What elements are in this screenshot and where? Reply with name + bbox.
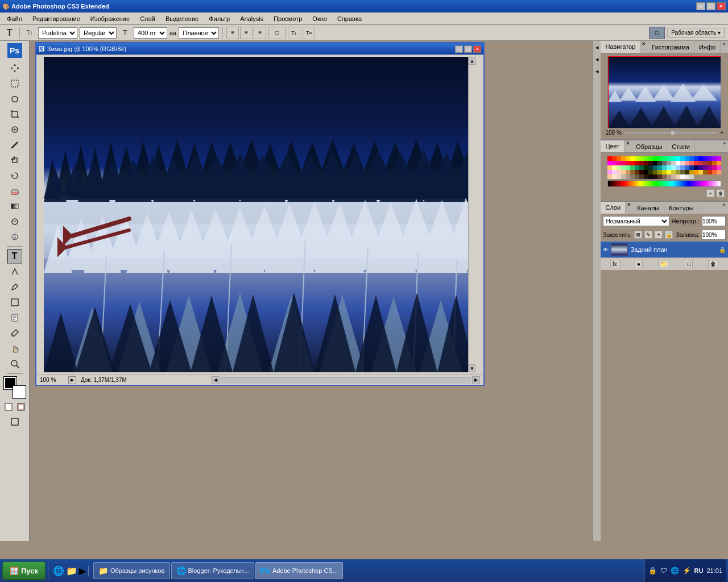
- menu-select[interactable]: Выделение: [161, 14, 203, 23]
- color-swatch-cell[interactable]: [712, 161, 717, 165]
- path-select-tool[interactable]: [7, 264, 22, 279]
- zoom-expand-btn[interactable]: ▶: [68, 376, 76, 384]
- align-center-button[interactable]: ≡: [240, 27, 253, 39]
- screen-mode[interactable]: [7, 414, 22, 429]
- align-left-button[interactable]: ≡: [226, 27, 239, 39]
- color-swatch-cell[interactable]: [712, 165, 717, 170]
- color-swatch-cell[interactable]: [607, 156, 612, 161]
- normal-mode[interactable]: [3, 401, 14, 413]
- color-swatch-cell[interactable]: [703, 165, 708, 170]
- color-swatch-cell[interactable]: [617, 174, 621, 179]
- color-swatch-cell[interactable]: [676, 161, 680, 165]
- color-swatch-cell[interactable]: [635, 170, 639, 174]
- color-swatch-cell[interactable]: [698, 156, 703, 161]
- taskbar-item-pictures[interactable]: 📁 Образцы рисунков: [93, 562, 170, 579]
- color-swatch-cell[interactable]: [685, 170, 689, 174]
- opacity-input[interactable]: [702, 216, 726, 226]
- lock-all-btn[interactable]: 🔒: [665, 231, 673, 239]
- color-close[interactable]: ✕: [624, 140, 631, 152]
- menu-file[interactable]: Файл: [2, 14, 27, 23]
- text-tool[interactable]: T: [7, 249, 22, 264]
- menu-edit[interactable]: Редактирование: [28, 14, 85, 23]
- lock-image-btn[interactable]: ✎: [644, 231, 652, 239]
- color-swatch-cell[interactable]: [630, 165, 635, 170]
- aa-mode-select[interactable]: Плавное: [179, 27, 219, 39]
- color-swatch-cell[interactable]: [644, 156, 648, 161]
- color-swatch-cell[interactable]: [607, 170, 612, 174]
- nav-zoom-slider[interactable]: [625, 132, 717, 134]
- navigator-tab[interactable]: Навигатор: [601, 41, 640, 53]
- close-button[interactable]: ✕: [717, 2, 726, 10]
- blur-tool[interactable]: [7, 214, 22, 229]
- color-swatch-cell[interactable]: [708, 170, 712, 174]
- layer-mask-btn[interactable]: ●: [635, 260, 643, 268]
- color-swatch-cell[interactable]: [626, 165, 630, 170]
- color-swatch-cell[interactable]: [621, 156, 626, 161]
- color-panel-options[interactable]: »: [721, 140, 728, 152]
- new-layer-group-btn[interactable]: 📁: [658, 260, 669, 268]
- layers-panel-options[interactable]: »: [721, 202, 728, 214]
- color-swatch-cell[interactable]: [680, 174, 685, 179]
- color-swatch-cell[interactable]: [612, 174, 617, 179]
- color-swatch-cell[interactable]: [698, 165, 703, 170]
- color-swatch-cell[interactable]: [639, 174, 644, 179]
- layer-style-btn[interactable]: fx: [610, 260, 619, 268]
- color-swatch-cell[interactable]: [685, 156, 689, 161]
- color-swatch-cell[interactable]: [689, 165, 694, 170]
- color-swatch-cell[interactable]: [676, 170, 680, 174]
- color-swatch-cell[interactable]: [717, 170, 721, 174]
- color-swatch-cell[interactable]: [648, 165, 653, 170]
- color-swatch-cell[interactable]: [676, 156, 680, 161]
- eraser-tool[interactable]: [7, 184, 22, 198]
- color-swatch-cell[interactable]: [698, 161, 703, 165]
- color-btn[interactable]: □: [649, 27, 665, 39]
- nav-zoom-in[interactable]: +: [720, 130, 723, 136]
- menu-filter[interactable]: Фильтр: [204, 14, 234, 23]
- color-swatch-cell[interactable]: [653, 170, 657, 174]
- color-swatch-cell[interactable]: [630, 161, 635, 165]
- color-swatch-cell[interactable]: [626, 174, 630, 179]
- gradient-tool[interactable]: [7, 199, 22, 214]
- color-swatch-cell[interactable]: [662, 174, 667, 179]
- layers-close[interactable]: ✕: [626, 202, 632, 214]
- color-swatch-cell[interactable]: [612, 170, 617, 174]
- color-tab[interactable]: Цвет: [601, 140, 624, 152]
- color-swatch-cell[interactable]: [639, 161, 644, 165]
- doc-minimize[interactable]: –: [455, 45, 463, 53]
- color-swatch-cell[interactable]: [607, 174, 612, 179]
- color-swatch-cell[interactable]: [685, 165, 689, 170]
- color-swatch-cell[interactable]: [680, 161, 685, 165]
- color-swatch-cell[interactable]: [689, 156, 694, 161]
- maximize-button[interactable]: □: [706, 2, 715, 10]
- styles-tab[interactable]: Стили: [667, 140, 695, 152]
- color-swatch-cell[interactable]: [667, 161, 671, 165]
- color-swatch-cell[interactable]: [680, 170, 685, 174]
- font-style-select[interactable]: Regular: [80, 27, 117, 39]
- zoom-tool[interactable]: [7, 356, 22, 371]
- hand-tool[interactable]: [7, 341, 22, 356]
- color-swatch-cell[interactable]: [626, 161, 630, 165]
- color-swatch-cell[interactable]: [648, 174, 653, 179]
- color-swatch-cell[interactable]: [626, 156, 630, 161]
- color-swatch-cell[interactable]: [612, 161, 617, 165]
- delete-swatch-btn[interactable]: 🗑: [717, 189, 725, 197]
- nav-close[interactable]: ✕: [640, 41, 647, 53]
- color-swatch-cell[interactable]: [662, 165, 667, 170]
- language-indicator[interactable]: RU: [694, 567, 704, 574]
- ql-media[interactable]: ▶: [79, 566, 86, 576]
- color-swatch-cell[interactable]: [667, 156, 671, 161]
- color-swatch-cell[interactable]: [657, 170, 662, 174]
- color-swatch-cell[interactable]: [671, 165, 676, 170]
- color-swatch-cell[interactable]: [694, 165, 698, 170]
- font-size-select[interactable]: 400 пт: [134, 27, 167, 39]
- minimize-button[interactable]: –: [696, 2, 705, 10]
- background-color[interactable]: [13, 386, 26, 398]
- lock-position-btn[interactable]: +: [655, 231, 663, 239]
- color-swatch-cell[interactable]: [612, 165, 617, 170]
- color-swatch-cell[interactable]: [644, 170, 648, 174]
- start-button[interactable]: 🪟 Пуск: [2, 562, 46, 580]
- ql-folder[interactable]: 📁: [66, 566, 77, 576]
- color-swatch-cell[interactable]: [630, 170, 635, 174]
- menu-image[interactable]: Изображение: [86, 14, 134, 23]
- channels-tab[interactable]: Каналы: [632, 202, 664, 214]
